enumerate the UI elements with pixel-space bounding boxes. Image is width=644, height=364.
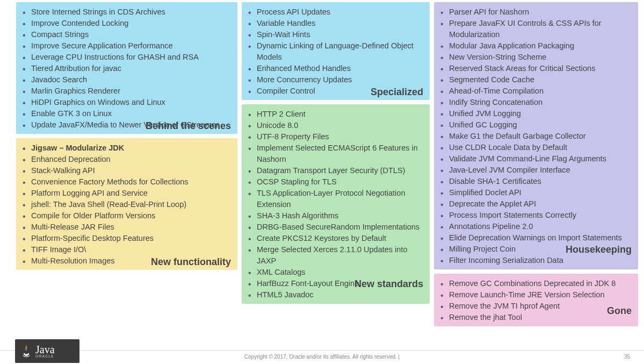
list-item: Remove the JVM TI hprof Agent — [449, 301, 633, 312]
list-item: Marlin Graphics Renderer — [31, 85, 232, 97]
list-item: Enhanced Method Handles — [257, 63, 424, 74]
list-behind-the-scenes: Store Interned Strings in CDS Archives I… — [31, 6, 232, 131]
list-item: Javadoc Search — [31, 74, 232, 85]
list-item: Datagram Transport Layer Security (DTLS) — [257, 165, 424, 176]
list-item: Spin-Wait Hints — [257, 29, 424, 40]
list-item: Compact Strings — [31, 29, 232, 40]
logo-subtext: ORACLE — [35, 354, 55, 358]
list-item: Compile for Older Platform Versions — [31, 210, 232, 222]
list-item: Elide Deprecation Warnings on Import Sta… — [449, 232, 633, 244]
list-item: Implement Selected ECMAScript 6 Features… — [257, 142, 424, 165]
list-item: Reserved Stack Areas for Critical Sectio… — [449, 63, 633, 74]
box-new-functionality: Jigsaw – Modularize JDK Enhanced Depreca… — [16, 138, 237, 270]
list-item: Improve Contended Locking — [31, 18, 232, 29]
list-item: Remove Launch-Time JRE Version Selection — [449, 289, 633, 301]
list-item: Remove the jhat Tool — [449, 312, 633, 323]
box-new-standards: HTTP 2 Client Unicode 8.0 UTF-8 Property… — [242, 104, 430, 304]
section-label-new-standards: New standards — [354, 279, 423, 290]
list-item: Indify String Concatenation — [449, 97, 633, 108]
list-item: Dynamic Linking of Language-Defined Obje… — [257, 40, 424, 63]
list-item: XML Catalogs — [257, 267, 424, 278]
list-item: Jigsaw – Modularize JDK — [31, 142, 232, 154]
list-item: TIFF Image I/O\ — [31, 244, 232, 255]
slide: Store Interned Strings in CDS Archives I… — [0, 0, 644, 364]
list-item: Use CLDR Locale Data by Default — [449, 142, 633, 153]
column-middle: Process API Updates Variable Handles Spi… — [242, 2, 430, 351]
list-housekeeping: Parser API for Nashorn Prepare JavaFX UI… — [449, 6, 633, 266]
list-item: SHA-3 Hash Algorithms — [257, 210, 424, 222]
list-new-standards: HTTP 2 Client Unicode 8.0 UTF-8 Property… — [257, 109, 424, 301]
list-item: Tiered Attribution for javac — [31, 63, 232, 74]
list-item: Unified JVM Logging — [449, 108, 633, 119]
list-item: Stack-Walking API — [31, 165, 232, 176]
list-item: jshell: The Java Shell (Read-Eval-Print … — [31, 199, 232, 210]
section-label-behind-the-scenes: Behind the scenes — [146, 120, 231, 132]
copyright-text: Copyright © 2017, Oracle and/or its affi… — [244, 354, 400, 360]
box-housekeeping: Parser API for Nashorn Prepare JavaFX UI… — [434, 2, 638, 269]
list-item: HTML5 Javadoc — [257, 289, 424, 301]
list-item: Modular Java Application Packaging — [449, 40, 633, 52]
box-behind-the-scenes: Store Interned Strings in CDS Archives I… — [16, 2, 237, 134]
list-item: Platform-Specific Desktop Features — [31, 233, 232, 244]
list-item: Improve Secure Application Performance — [31, 40, 232, 52]
list-item: Process Import Statements Correctly — [449, 210, 633, 221]
section-label-gone: Gone — [607, 305, 632, 317]
logo-text-wrap: Java ORACLE — [35, 345, 55, 358]
list-item: TLS Application-Layer Protocol Negotiati… — [257, 188, 424, 210]
slide-footer: Copyright © 2017, Oracle and/or its affi… — [0, 350, 644, 364]
list-item: Simplified Doclet API — [449, 187, 633, 198]
slide-content: Store Interned Strings in CDS Archives I… — [0, 0, 644, 351]
list-item: HiDPI Graphics on Windows and Linux — [31, 97, 232, 108]
section-label-housekeeping: Housekeeping — [566, 244, 632, 255]
column-right: Parser API for Nashorn Prepare JavaFX UI… — [434, 2, 638, 351]
list-item: Parser API for Nashorn — [449, 6, 633, 18]
list-item: New Version-String Scheme — [449, 52, 633, 63]
list-item: More Concurrency Updates — [257, 74, 424, 85]
page-number: 35 — [624, 354, 630, 360]
section-label-specialized: Specialized — [371, 87, 423, 98]
list-item: Make G1 the Default Garbage Collector — [449, 131, 633, 142]
list-item: Enhanced Deprecation — [31, 154, 232, 165]
list-item: Enable GTK 3 on Linux — [31, 108, 232, 119]
list-item: Store Interned Strings in CDS Archives — [31, 6, 232, 18]
list-item: Create PKCS12 Keystores by Default — [257, 233, 424, 244]
list-item: Disable SHA-1 Certificates — [449, 176, 633, 187]
list-specialized: Process API Updates Variable Handles Spi… — [257, 6, 424, 97]
list-item: HTTP 2 Client — [257, 109, 424, 120]
list-item: Deprecate the Applet API — [449, 198, 633, 210]
list-item: Process API Updates — [257, 6, 424, 18]
list-item: Filter Incoming Serialization Data — [449, 255, 633, 266]
list-item: Variable Handles — [257, 18, 424, 29]
list-item: Merge Selected Xerces 2.11.0 Updates int… — [257, 244, 424, 267]
list-item: OCSP Stapling for TLS — [257, 176, 424, 188]
list-item: Validate JVM Command-Line Flag Arguments — [449, 153, 633, 165]
list-item: UTF-8 Property Files — [257, 131, 424, 142]
list-item: Multi-Release JAR Files — [31, 222, 232, 233]
list-item: DRBG-Based SecureRandom Implementations — [257, 222, 424, 233]
list-item: Convenience Factory Methods for Collecti… — [31, 176, 232, 188]
java-logo-badge: Java ORACLE — [15, 339, 79, 363]
list-item: Remove GC Combinations Deprecated in JDK… — [449, 278, 633, 289]
column-left: Store Interned Strings in CDS Archives I… — [16, 2, 237, 351]
java-cup-icon — [20, 344, 32, 359]
list-item: Segmented Code Cache — [449, 74, 633, 85]
section-label-new-functionality: New functionality — [151, 256, 231, 268]
list-item: Platform Logging API and Service — [31, 188, 232, 199]
box-gone: Remove GC Combinations Deprecated in JDK… — [434, 274, 638, 326]
list-item: Java-Level JVM Compiler Interface — [449, 165, 633, 176]
list-gone: Remove GC Combinations Deprecated in JDK… — [449, 278, 633, 323]
logo-text: Java — [35, 345, 55, 354]
list-item: Annotations Pipeline 2.0 — [449, 221, 633, 232]
box-specialized: Process API Updates Variable Handles Spi… — [242, 2, 430, 100]
list-item: Ahead-of-Time Compilation — [449, 85, 633, 97]
list-item: Prepare JavaFX UI Controls & CSS APIs fo… — [449, 18, 633, 40]
list-item: Unicode 8.0 — [257, 120, 424, 131]
list-item: Unified GC Logging — [449, 119, 633, 131]
list-item: Leverage CPU Instructions for GHASH and … — [31, 52, 232, 63]
list-new-functionality: Jigsaw – Modularize JDK Enhanced Depreca… — [31, 142, 232, 267]
